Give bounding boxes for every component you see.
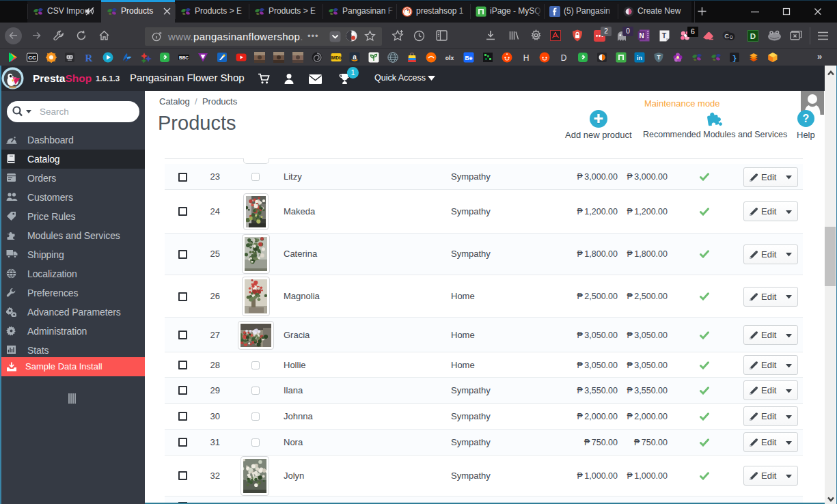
svg-text:T: T [662,31,667,40]
svg-text:T: T [657,54,661,61]
svg-text:o: o [730,33,733,40]
svg-text:}: } [732,55,737,63]
svg-text:R: R [85,53,93,64]
svg-text:a: a [353,53,357,61]
svg-text:Be: Be [465,55,473,61]
svg-text:olx: olx [445,55,454,61]
svg-text:in: in [637,55,642,61]
svg-text:D: D [750,32,756,40]
svg-text:D: D [561,53,567,63]
svg-text:C: C [724,32,729,40]
svg-text:CC: CC [28,55,36,61]
svg-text:H: H [523,53,529,63]
svg-text:BBC: BBC [179,55,189,60]
svg-text:IMDb: IMDb [331,55,342,60]
svg-text:N: N [639,32,644,40]
